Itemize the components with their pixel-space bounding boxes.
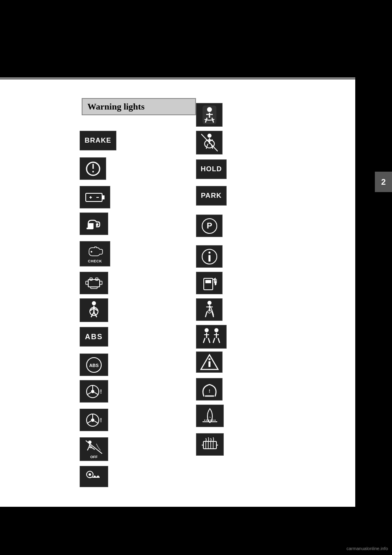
p-circle-icon: P	[196, 215, 223, 237]
oil-pressure-icon	[80, 213, 108, 235]
svg-rect-8	[87, 228, 93, 229]
top-rule	[0, 78, 355, 79]
section-tab: 2	[375, 172, 392, 192]
svg-line-23	[87, 392, 91, 395]
overheating-icon	[196, 433, 224, 456]
svg-rect-45	[208, 255, 210, 262]
airbag-off-icon	[196, 131, 223, 154]
airbag-person-icon	[80, 298, 108, 322]
steering-warning2-icon: !	[80, 409, 108, 431]
battery-icon	[80, 186, 110, 208]
svg-rect-10	[88, 280, 100, 287]
key-icon	[80, 466, 108, 487]
svg-rect-3	[86, 193, 102, 201]
abs-circle-icon: ABS	[80, 354, 108, 376]
svg-point-49	[207, 301, 212, 305]
watermark: carmanualonline.info	[346, 546, 388, 551]
svg-rect-55	[208, 361, 210, 367]
svg-point-9	[91, 251, 92, 253]
svg-rect-58	[203, 441, 216, 449]
master-warning-icon	[80, 157, 106, 180]
tire-pressure-icon: !	[196, 378, 223, 401]
svg-point-2	[92, 171, 94, 172]
svg-point-16	[92, 301, 96, 305]
svg-point-38	[207, 134, 212, 138]
coolant-icon: ~	[196, 405, 224, 427]
svg-text:!: !	[100, 417, 102, 423]
rear-passengers-icon	[196, 325, 227, 349]
check-label: CHECK	[88, 259, 102, 263]
engine-outline-icon	[80, 272, 108, 294]
svg-point-27	[91, 418, 94, 422]
svg-point-44	[208, 251, 210, 253]
page-title: Warning lights	[87, 101, 145, 112]
svg-line-29	[87, 421, 91, 423]
svg-text:P: P	[207, 221, 212, 230]
svg-line-30	[94, 421, 98, 423]
park-text-icon: PARK	[196, 186, 227, 206]
triangle-warning-icon	[196, 351, 223, 373]
seatbelt-front-icon	[196, 298, 223, 321]
page: Warning lights 2 BRAKE	[0, 0, 392, 555]
brake-icon: BRAKE	[80, 131, 116, 150]
svg-text:!: !	[209, 389, 210, 394]
svg-rect-4	[102, 195, 105, 199]
svg-point-51	[205, 328, 209, 332]
info-circle-icon	[196, 245, 223, 268]
content-area	[0, 78, 355, 507]
svg-line-24	[94, 392, 98, 395]
seatbelt-rear-icon	[196, 103, 223, 127]
svg-point-52	[214, 328, 218, 332]
svg-point-21	[91, 390, 94, 393]
svg-text:!: !	[100, 388, 102, 395]
title-box: Warning lights	[82, 98, 196, 115]
check-engine-icon: CHECK	[80, 241, 110, 266]
hold-icon: HOLD	[196, 159, 227, 179]
svg-point-54	[208, 358, 210, 360]
abs-text-icon: ABS	[80, 327, 108, 347]
traction-off-icon: OFF	[80, 437, 108, 461]
svg-point-35	[89, 473, 91, 476]
svg-rect-47	[205, 280, 211, 283]
svg-line-33	[86, 441, 102, 454]
svg-text:ABS: ABS	[89, 363, 98, 368]
svg-point-37	[207, 107, 212, 112]
svg-rect-15	[91, 287, 97, 289]
steering-warning1-icon: !	[80, 380, 108, 403]
svg-text:~: ~	[209, 415, 211, 419]
fuel-icon	[196, 272, 223, 294]
